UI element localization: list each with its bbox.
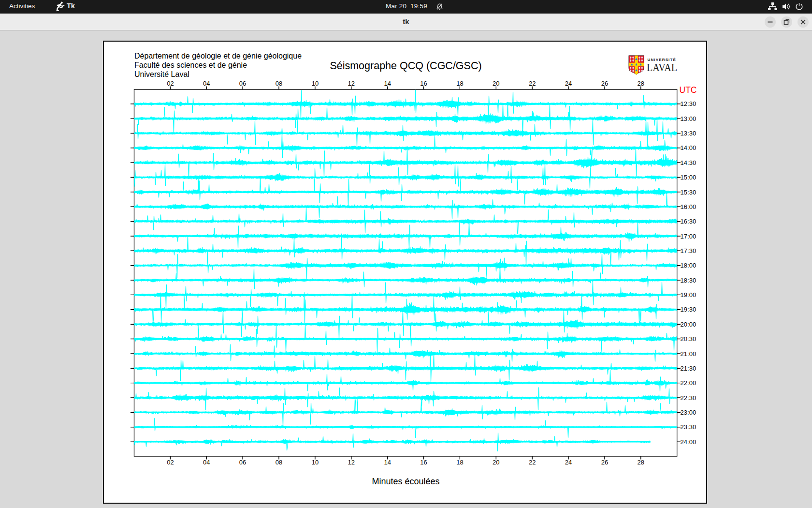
svg-text:19:00: 19:00: [681, 291, 696, 299]
svg-text:10: 10: [312, 80, 319, 87]
svg-text:18: 18: [456, 80, 463, 87]
svg-text:08: 08: [276, 80, 282, 87]
svg-text:18:00: 18:00: [681, 262, 696, 269]
svg-text:08: 08: [276, 459, 282, 466]
svg-text:22:30: 22:30: [681, 394, 696, 402]
svg-text:13:00: 13:00: [681, 115, 696, 122]
svg-text:Département de géologie et de: Département de géologie et de génie géol…: [134, 52, 302, 60]
svg-text:19:30: 19:30: [681, 306, 696, 313]
svg-text:20: 20: [493, 80, 499, 87]
svg-text:16: 16: [420, 80, 427, 87]
svg-text:16:00: 16:00: [681, 203, 696, 210]
svg-text:LAVAL: LAVAL: [647, 61, 677, 74]
svg-text:14: 14: [384, 459, 391, 466]
svg-text:14:00: 14:00: [681, 144, 696, 151]
svg-text:28: 28: [638, 459, 644, 466]
svg-text:10: 10: [312, 459, 319, 466]
svg-text:02: 02: [167, 80, 174, 87]
svg-text:21:30: 21:30: [681, 365, 696, 372]
svg-text:26: 26: [601, 80, 608, 87]
svg-text:22: 22: [529, 80, 536, 87]
svg-text:14:30: 14:30: [681, 159, 696, 166]
svg-text:28: 28: [638, 80, 644, 87]
svg-text:Séismographe QCQ (CGC/GSC): Séismographe QCQ (CGC/GSC): [330, 60, 481, 72]
svg-text:14: 14: [384, 80, 391, 87]
svg-text:22:00: 22:00: [681, 379, 696, 387]
svg-text:04: 04: [203, 80, 210, 87]
svg-text:15:00: 15:00: [681, 174, 696, 181]
svg-text:12: 12: [348, 459, 355, 466]
svg-text:24: 24: [565, 80, 572, 87]
svg-text:18: 18: [456, 459, 463, 466]
svg-text:24: 24: [565, 459, 572, 466]
svg-text:Minutes écoulées: Minutes écoulées: [372, 477, 439, 486]
svg-text:UTC: UTC: [680, 85, 697, 95]
svg-text:12:30: 12:30: [681, 100, 696, 107]
svg-text:17:00: 17:00: [681, 233, 696, 240]
svg-text:20:00: 20:00: [681, 321, 696, 328]
svg-text:20:30: 20:30: [681, 335, 696, 343]
svg-text:23:30: 23:30: [681, 423, 696, 431]
svg-text:21:00: 21:00: [681, 350, 696, 358]
svg-text:Université Laval: Université Laval: [134, 70, 189, 78]
svg-text:18:30: 18:30: [681, 277, 696, 284]
svg-text:06: 06: [239, 80, 246, 87]
svg-text:16:30: 16:30: [681, 218, 696, 225]
svg-text:23:00: 23:00: [681, 409, 696, 416]
svg-text:17:30: 17:30: [681, 247, 696, 254]
svg-text:24:00: 24:00: [681, 438, 696, 446]
svg-text:16: 16: [420, 459, 427, 466]
svg-text:22: 22: [529, 459, 536, 466]
svg-text:20: 20: [493, 459, 499, 466]
svg-text:Faculté des sciences et de gén: Faculté des sciences et de génie: [134, 61, 247, 69]
svg-text:15:30: 15:30: [681, 189, 696, 196]
svg-text:04: 04: [203, 459, 210, 466]
svg-text:06: 06: [239, 459, 246, 466]
svg-text:02: 02: [167, 459, 174, 466]
svg-text:26: 26: [601, 459, 608, 466]
svg-text:12: 12: [348, 80, 355, 87]
svg-text:13:30: 13:30: [681, 130, 696, 137]
